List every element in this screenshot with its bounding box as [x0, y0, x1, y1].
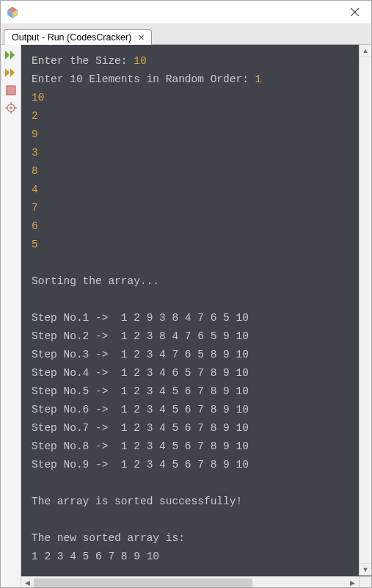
- vertical-scrollbar[interactable]: ▲ ▼: [359, 45, 371, 576]
- svg-marker-7: [10, 51, 15, 59]
- scroll-track[interactable]: [34, 577, 346, 589]
- step-5: Step No.5 -> 1 2 3 4 5 6 7 8 9 10: [32, 385, 249, 397]
- new-array: 1 2 3 4 5 6 7 8 9 10: [32, 551, 159, 562]
- step-1: Step No.1 -> 1 2 9 3 8 4 7 6 5 10: [32, 312, 249, 324]
- svg-point-12: [10, 106, 12, 109]
- input-6: 4: [32, 184, 38, 195]
- console-wrap: Enter the Size: 10 Enter 10 Elements in …: [21, 45, 371, 588]
- input-3: 9: [32, 128, 38, 140]
- step-2: Step No.2 -> 1 2 3 8 4 7 6 5 9 10: [32, 330, 249, 342]
- run-again-button[interactable]: [3, 65, 19, 80]
- input-4: 3: [32, 147, 38, 159]
- tab-bar: Output - Run (CodesCracker) ✕: [1, 24, 371, 45]
- console-output[interactable]: Enter the Size: 10 Enter 10 Elements in …: [21, 45, 371, 576]
- window-titlebar: [1, 1, 371, 24]
- rerun-button[interactable]: [3, 48, 19, 62]
- svg-marker-9: [10, 68, 15, 77]
- horizontal-scrollbar[interactable]: ◀ ▶: [21, 576, 371, 588]
- step-6: Step No.6 -> 1 2 3 4 5 6 7 8 9 10: [32, 404, 249, 415]
- scroll-left-icon[interactable]: ◀: [21, 577, 34, 589]
- input-size: 10: [134, 55, 146, 67]
- output-toolbar: [1, 45, 21, 588]
- svg-marker-8: [5, 68, 10, 77]
- step-4: Step No.4 -> 1 2 3 4 6 5 7 8 9 10: [32, 367, 249, 379]
- scroll-thumb[interactable]: [34, 578, 252, 588]
- tab-close-icon[interactable]: ✕: [136, 33, 147, 43]
- sorting-msg: Sorting the array...: [32, 275, 159, 287]
- success-msg: The array is sorted successfully!: [32, 496, 242, 507]
- scroll-corner: [359, 577, 371, 589]
- step-9: Step No.9 -> 1 2 3 4 5 6 7 8 9 10: [32, 459, 249, 471]
- input-5: 8: [32, 165, 38, 177]
- scroll-up-icon[interactable]: ▲: [360, 45, 371, 57]
- input-9: 5: [32, 239, 38, 250]
- input-1: 10: [32, 92, 44, 104]
- main-area: Enter the Size: 10 Enter 10 Elements in …: [1, 45, 371, 588]
- step-3: Step No.3 -> 1 2 3 4 7 6 5 8 9 10: [32, 349, 249, 360]
- stop-button[interactable]: [3, 83, 19, 98]
- scroll-right-icon[interactable]: ▶: [346, 577, 359, 589]
- new-array-label: The new sorted array is:: [32, 532, 185, 544]
- tab-output-run[interactable]: Output - Run (CodesCracker) ✕: [4, 29, 152, 45]
- app-icon: [7, 7, 18, 18]
- prompt-size: Enter the Size:: [32, 55, 134, 67]
- input-2: 2: [32, 110, 38, 122]
- input-8: 6: [32, 220, 38, 232]
- settings-button[interactable]: [3, 101, 19, 115]
- close-button[interactable]: [338, 1, 371, 24]
- svg-marker-6: [5, 51, 10, 59]
- prompt-elements: Enter 10 Elements in Random Order:: [32, 73, 255, 85]
- svg-rect-10: [7, 86, 15, 95]
- scroll-down-icon[interactable]: ▼: [360, 563, 371, 576]
- step-8: Step No.8 -> 1 2 3 4 5 6 7 8 9 10: [32, 440, 249, 452]
- step-7: Step No.7 -> 1 2 3 4 5 6 7 8 9 10: [32, 422, 249, 434]
- tab-label: Output - Run (CodesCracker): [12, 32, 131, 43]
- input-7: 7: [32, 202, 38, 214]
- input-0: 1: [255, 73, 262, 85]
